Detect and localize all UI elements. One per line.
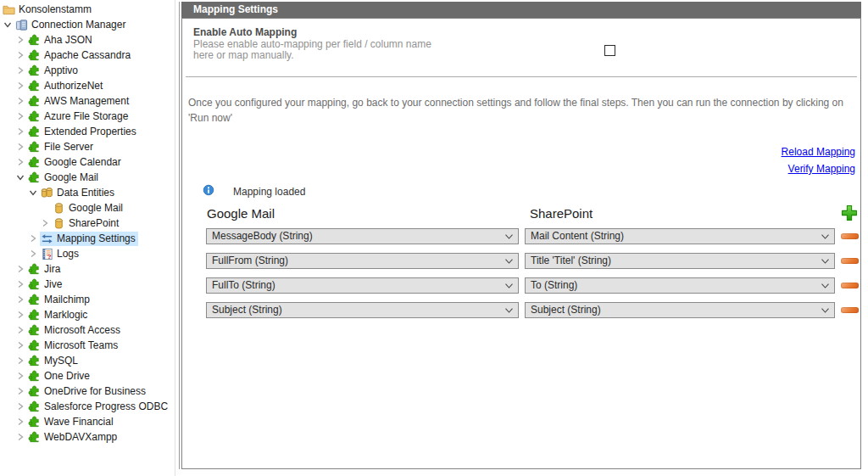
- tree-item-file-server[interactable]: File Server: [16, 139, 96, 154]
- connector-puzzle-icon: [28, 156, 41, 169]
- tree-item-entity-sharepoint[interactable]: SharePoint: [41, 216, 121, 231]
- chevron-right-icon[interactable]: [16, 112, 25, 120]
- chevron-right-icon[interactable]: [16, 143, 25, 151]
- tree-item-jive[interactable]: Jive: [16, 277, 64, 292]
- databases-icon: [41, 187, 53, 199]
- mapping-instructions: Once you configured your mapping, go bac…: [188, 95, 856, 126]
- chevron-right-icon[interactable]: [16, 372, 25, 380]
- logs-icon: [41, 248, 53, 260]
- chevron-down-icon: [821, 283, 829, 288]
- tree-item-konsolenstamm[interactable]: Konsolenstamm: [2, 2, 94, 17]
- chevron-right-icon[interactable]: [16, 433, 25, 441]
- chevron-right-icon[interactable]: [16, 311, 25, 319]
- tree-item-google-mail[interactable]: Google Mail: [16, 170, 101, 185]
- tree-item-webdavxampp[interactable]: WebDAVXampp: [16, 429, 120, 445]
- chevron-right-icon[interactable]: [16, 295, 25, 304]
- auto-mapping-checkbox[interactable]: [604, 45, 615, 56]
- connector-puzzle-icon: [28, 294, 41, 306]
- source-field-dropdown[interactable]: MessageBody (String): [206, 228, 519, 244]
- tree-item-marklogic[interactable]: Marklogic: [16, 307, 90, 322]
- tree-item-mysql[interactable]: MySQL: [16, 353, 81, 368]
- remove-mapping-button[interactable]: [841, 307, 859, 313]
- chevron-right-icon[interactable]: [16, 51, 25, 59]
- tree-item-data-entities[interactable]: Data Entities: [29, 185, 117, 200]
- connector-puzzle-icon: [28, 64, 41, 77]
- auto-mapping-title: Enable Auto Mapping: [193, 26, 297, 38]
- chevron-right-icon[interactable]: [16, 280, 25, 288]
- connection-manager-icon: [15, 19, 28, 31]
- chevron-right-icon[interactable]: [16, 402, 25, 411]
- tree-item-jira[interactable]: Jira: [16, 261, 63, 277]
- chevron-right-icon[interactable]: [29, 234, 37, 243]
- target-field-dropdown[interactable]: Title 'Titel' (String): [525, 253, 835, 269]
- chevron-right-icon[interactable]: [29, 249, 37, 258]
- chevron-right-icon[interactable]: [16, 81, 25, 90]
- chevron-right-icon[interactable]: [16, 265, 25, 273]
- connector-puzzle-icon: [28, 400, 41, 413]
- chevron-right-icon[interactable]: [16, 341, 25, 350]
- source-column-header: Google Mail: [207, 206, 275, 221]
- mapping-arrows-icon: [41, 232, 53, 245]
- tree-item-microsoft-access[interactable]: Microsoft Access: [16, 322, 123, 338]
- chevron-right-icon[interactable]: [16, 36, 25, 44]
- connector-puzzle-icon: [28, 95, 41, 108]
- tree-item-extended-properties[interactable]: Extended Properties: [16, 124, 139, 139]
- chevron-right-icon[interactable]: [16, 127, 25, 136]
- chevron-down-icon[interactable]: [29, 188, 37, 197]
- tree-item-aha-json[interactable]: Aha JSON: [16, 32, 95, 48]
- verify-mapping-link[interactable]: Verify Mapping: [788, 163, 855, 175]
- chevron-right-icon[interactable]: [16, 417, 25, 426]
- chevron-right-icon[interactable]: [16, 356, 25, 365]
- target-field-dropdown[interactable]: Subject (String): [525, 302, 835, 318]
- source-field-dropdown[interactable]: Subject (String): [206, 302, 519, 318]
- tree-item-azure-file-storage[interactable]: Azure File Storage: [16, 109, 131, 124]
- connector-puzzle-icon: [28, 324, 41, 337]
- tree-item-microsoft-teams[interactable]: Microsoft Teams: [16, 338, 120, 353]
- target-column-header: SharePoint: [530, 206, 593, 221]
- remove-mapping-button[interactable]: [841, 233, 859, 239]
- reload-mapping-link[interactable]: Reload Mapping: [782, 146, 855, 158]
- chevron-down-icon: [821, 234, 829, 239]
- tree-item-connection-manager[interactable]: Connection Manager: [3, 17, 128, 32]
- tree-item-authorizenet[interactable]: AuthorizeNet: [16, 78, 105, 93]
- mapping-status-text: Mapping loaded: [233, 186, 305, 198]
- tree-item-mapping-settings[interactable]: Mapping Settings: [29, 231, 138, 246]
- remove-mapping-button[interactable]: [841, 283, 859, 288]
- tree-item-logs[interactable]: Logs: [29, 246, 81, 261]
- tree-item-mailchimp[interactable]: Mailchimp: [16, 292, 92, 307]
- connector-puzzle-icon: [28, 110, 41, 123]
- tree-item-apptivo[interactable]: Apptivo: [16, 63, 81, 78]
- chevron-right-icon[interactable]: [16, 66, 25, 75]
- add-mapping-button[interactable]: [841, 204, 858, 221]
- chevron-down-icon: [821, 259, 829, 264]
- tree-item-wave-financial[interactable]: Wave Financial: [16, 414, 116, 429]
- connector-puzzle-icon: [28, 126, 41, 138]
- connector-puzzle-icon: [28, 49, 41, 62]
- tree-item-salesforce-progress-odbc[interactable]: Salesforce Progress ODBC: [16, 399, 170, 414]
- chevron-down-icon[interactable]: [3, 20, 12, 29]
- source-field-dropdown[interactable]: FullTo (String): [206, 277, 519, 294]
- target-field-dropdown[interactable]: Mail Content (String): [525, 228, 835, 244]
- database-icon: [53, 217, 65, 230]
- chevron-down-icon[interactable]: [16, 173, 25, 182]
- auto-mapping-description: Please enable auto-mapping per field / c…: [193, 39, 441, 61]
- connector-puzzle-icon: [28, 385, 41, 398]
- tree-item-apache-cassandra[interactable]: Apache Cassandra: [16, 48, 133, 63]
- target-field-dropdown[interactable]: To (String): [525, 277, 835, 294]
- info-icon: [203, 184, 214, 196]
- panel-splitter[interactable]: [179, 2, 180, 469]
- tree-item-onedrive-for-business[interactable]: OneDrive for Business: [16, 384, 148, 399]
- remove-mapping-button[interactable]: [841, 258, 859, 264]
- tree-item-one-drive[interactable]: One Drive: [16, 368, 92, 384]
- tree-item-aws-management[interactable]: AWS Management: [16, 93, 131, 109]
- chevron-right-icon[interactable]: [16, 158, 25, 166]
- chevron-right-icon[interactable]: [16, 387, 25, 395]
- chevron-right-icon[interactable]: [16, 97, 25, 105]
- tree-item-entity-google-mail[interactable]: Google Mail: [41, 200, 125, 216]
- source-field-dropdown[interactable]: FullFrom (String): [206, 253, 519, 269]
- tree-item-google-calendar[interactable]: Google Calendar: [16, 154, 124, 170]
- chevron-right-icon[interactable]: [41, 219, 49, 227]
- panel-title: Mapping Settings: [181, 2, 861, 18]
- connector-puzzle-icon: [28, 80, 41, 92]
- chevron-right-icon[interactable]: [16, 326, 25, 334]
